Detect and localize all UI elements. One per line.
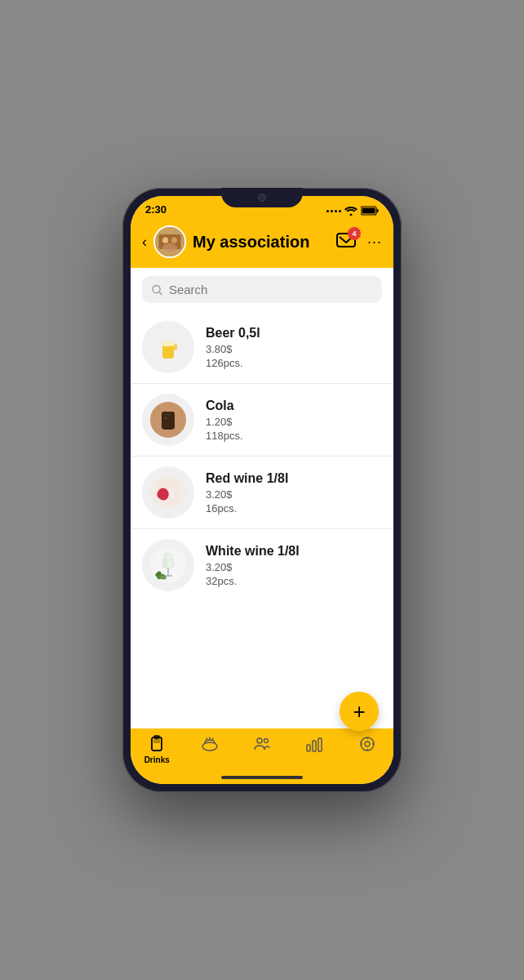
item-info-cola: Cola 1.20$ 118pcs. (206, 399, 382, 442)
svg-rect-15 (174, 344, 177, 350)
svg-point-20 (165, 417, 167, 420)
item-thumbnail-beer (142, 321, 194, 373)
phone-frame: 2:30 (122, 188, 402, 792)
item-thumbnail-cola (142, 394, 194, 446)
drinks-nav-icon (148, 735, 166, 753)
item-price: 3.20$ (206, 561, 382, 573)
search-bar (142, 276, 382, 303)
header-actions: 4 ··· (333, 229, 382, 255)
svg-rect-40 (318, 738, 322, 751)
items-list: Beer 0,5l 3.80$ 126pcs. C (131, 311, 393, 728)
svg-rect-24 (167, 568, 169, 575)
item-row[interactable]: Red wine 1/8l 3.20$ 16pcs. (131, 457, 393, 529)
nav-item-drinks[interactable]: Drinks (131, 735, 183, 764)
svg-rect-30 (153, 739, 160, 743)
item-qty: 118pcs. (206, 430, 382, 442)
fab-container: + (340, 692, 379, 731)
svg-rect-2 (377, 209, 379, 212)
phone-screen: 2:30 (131, 196, 393, 784)
home-indicator (221, 776, 303, 779)
stats-nav-icon (305, 735, 323, 753)
item-price: 1.20$ (206, 416, 382, 428)
svg-rect-38 (307, 745, 310, 751)
item-row[interactable]: White wine 1/8l 3.20$ 32pcs. (131, 529, 393, 601)
status-time: 2:30 (145, 203, 167, 216)
item-name: White wine 1/8l (206, 544, 382, 559)
status-icons (326, 206, 379, 216)
people-nav-icon (253, 735, 271, 753)
svg-point-6 (162, 238, 168, 243)
svg-point-32 (202, 742, 217, 751)
avatar-image (155, 227, 184, 256)
svg-point-41 (361, 737, 374, 751)
item-info-white-wine: White wine 1/8l 3.20$ 32pcs. (206, 544, 382, 587)
item-qty: 126pcs. (206, 357, 382, 369)
item-info-red-wine: Red wine 1/8l 3.20$ 16pcs. (206, 471, 382, 514)
search-icon (152, 284, 162, 296)
search-input[interactable] (169, 283, 372, 296)
wifi-signal-icon (344, 206, 357, 216)
food-nav-icon (201, 735, 219, 753)
svg-point-36 (257, 738, 262, 743)
svg-line-35 (212, 738, 213, 740)
svg-point-0 (350, 214, 353, 216)
nav-item-people[interactable] (236, 735, 288, 755)
svg-rect-39 (313, 741, 316, 751)
settings-nav-icon (358, 735, 376, 753)
item-row[interactable]: Beer 0,5l 3.80$ 126pcs. (131, 311, 393, 384)
item-row[interactable]: Cola 1.20$ 118pcs. (131, 384, 393, 457)
svg-point-7 (171, 238, 177, 243)
search-container (131, 268, 393, 311)
svg-line-11 (159, 292, 162, 294)
notification-button[interactable]: 4 (333, 229, 359, 255)
svg-point-19 (164, 412, 172, 416)
battery-icon (361, 206, 379, 216)
svg-point-37 (264, 739, 269, 743)
item-qty: 32pcs. (206, 575, 382, 587)
item-price: 3.20$ (206, 488, 382, 501)
svg-point-42 (365, 742, 370, 746)
more-button[interactable]: ··· (367, 234, 382, 251)
item-name: Cola (206, 399, 382, 413)
nav-item-stats[interactable] (288, 735, 340, 755)
avatar[interactable] (153, 225, 186, 258)
svg-line-34 (206, 738, 207, 740)
nav-item-food[interactable] (183, 735, 235, 755)
svg-point-8 (162, 243, 177, 252)
add-button[interactable]: + (340, 692, 379, 731)
item-info-beer: Beer 0,5l 3.80$ 126pcs. (206, 326, 382, 369)
item-price: 3.80$ (206, 343, 382, 355)
notification-badge: 4 (348, 227, 361, 240)
svg-rect-14 (162, 341, 174, 346)
svg-rect-3 (362, 208, 375, 214)
item-name: Red wine 1/8l (206, 471, 382, 486)
item-thumbnail-red-wine (142, 466, 194, 519)
header: ‹ My association (131, 219, 393, 268)
item-thumbnail-white-wine (142, 539, 194, 591)
camera (258, 194, 266, 202)
item-name: Beer 0,5l (206, 326, 382, 341)
wifi-icon (326, 210, 341, 212)
notch (221, 188, 303, 207)
nav-label-drinks: Drinks (144, 755, 170, 764)
item-qty: 16pcs. (206, 502, 382, 514)
header-title: My association (193, 233, 326, 252)
back-button[interactable]: ‹ (142, 234, 147, 251)
nav-item-settings[interactable] (341, 735, 393, 755)
